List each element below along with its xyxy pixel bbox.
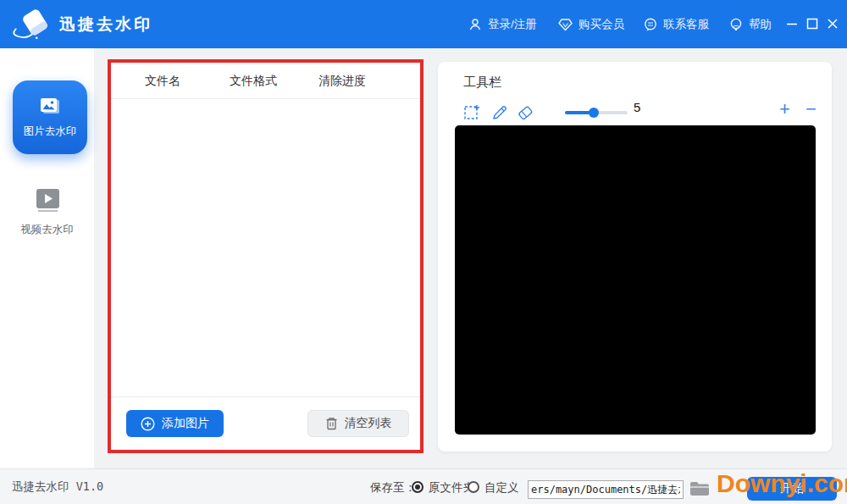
tool-panel-title: 工具栏 xyxy=(463,75,501,91)
login-register-label: 登录/注册 xyxy=(488,17,537,32)
column-filename: 文件名 xyxy=(145,74,180,89)
radio-original-folder[interactable] xyxy=(412,481,424,493)
brush-size-value: 5 xyxy=(634,100,640,114)
diamond-icon xyxy=(558,18,573,31)
eraser-logo-icon xyxy=(8,7,56,42)
app-title: 迅捷去水印 xyxy=(59,14,152,36)
add-image-label: 添加图片 xyxy=(162,416,209,431)
app-window: 迅捷去水印 登录/注册 购买会员 联系客服 xyxy=(0,0,847,504)
zoom-out-button[interactable]: − xyxy=(805,98,817,120)
contact-support-button[interactable]: 联系客服 xyxy=(644,0,709,48)
zoom-in-button[interactable]: + xyxy=(779,98,790,120)
file-list-footer: 添加图片 清空列表 xyxy=(111,396,420,450)
column-progress: 清除进度 xyxy=(318,74,366,89)
sidebar-item-video-watermark[interactable]: 视频去水印 xyxy=(0,188,94,237)
radio-custom-label: 自定义 xyxy=(484,480,519,496)
help-label: 帮助 xyxy=(749,17,772,32)
brush-slider-thumb[interactable] xyxy=(589,108,599,118)
brush-size-slider[interactable] xyxy=(565,111,628,114)
help-button[interactable]: 帮助 xyxy=(729,0,772,48)
image-preview-canvas[interactable] xyxy=(455,125,816,435)
start-button[interactable]: 开始 xyxy=(747,477,837,501)
browse-folder-icon[interactable] xyxy=(689,479,711,498)
pencil-tool-icon[interactable] xyxy=(490,103,509,122)
save-to-label: 保存至： xyxy=(370,480,416,496)
radio-custom[interactable] xyxy=(468,481,479,493)
contact-support-label: 联系客服 xyxy=(663,17,709,32)
close-button[interactable] xyxy=(826,17,839,30)
chat-icon xyxy=(644,18,657,31)
eraser-tool-icon[interactable] xyxy=(516,103,534,122)
trash-icon xyxy=(325,417,338,430)
save-path-input[interactable] xyxy=(528,480,684,499)
buy-membership-button[interactable]: 购买会员 xyxy=(558,0,624,48)
plus-circle-icon xyxy=(141,417,155,431)
app-version: 迅捷去水印 V1.0 xyxy=(12,479,103,495)
clear-list-button[interactable]: 清空列表 xyxy=(307,410,409,437)
user-icon xyxy=(468,18,482,31)
video-play-icon xyxy=(33,188,62,213)
add-image-button[interactable]: 添加图片 xyxy=(126,410,224,437)
file-list-header: 文件名 文件格式 清除进度 xyxy=(111,63,420,99)
image-icon xyxy=(38,97,62,119)
maximize-button[interactable] xyxy=(805,17,819,30)
clear-list-label: 清空列表 xyxy=(345,416,392,431)
title-bar: 迅捷去水印 登录/注册 购买会员 联系客服 xyxy=(0,0,847,48)
sidebar-item-label: 图片去水印 xyxy=(24,125,77,139)
file-list-empty-area xyxy=(111,100,420,396)
login-register-button[interactable]: 登录/注册 xyxy=(468,0,537,48)
tool-panel: 工具栏 5 + − xyxy=(438,62,832,451)
marquee-tool-icon[interactable] xyxy=(463,103,482,122)
status-bar: 迅捷去水印 V1.0 保存至： 原文件夹 自定义 开始 Downyi.com xyxy=(0,468,847,504)
column-format: 文件格式 xyxy=(230,74,277,89)
minimize-button[interactable] xyxy=(785,17,799,30)
sidebar-item-image-watermark[interactable]: 图片去水印 xyxy=(13,80,87,154)
buy-membership-label: 购买会员 xyxy=(579,17,624,32)
sidebar: 图片去水印 视频去水印 xyxy=(0,48,94,468)
file-list-panel: 文件名 文件格式 清除进度 添加图片 清空列表 xyxy=(108,59,424,453)
sidebar-item-label: 视频去水印 xyxy=(0,223,94,237)
tool-row: 5 + − xyxy=(463,102,806,124)
help-icon xyxy=(729,18,743,31)
